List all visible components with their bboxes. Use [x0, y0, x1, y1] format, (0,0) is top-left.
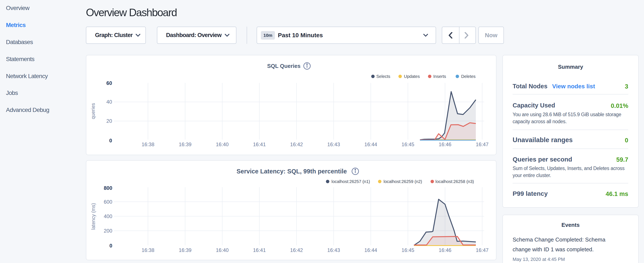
svg-text:Updates: Updates — [404, 74, 420, 79]
svg-text:16:44: 16:44 — [364, 247, 377, 253]
svg-text:16:46: 16:46 — [438, 247, 451, 253]
svg-text:800: 800 — [104, 185, 112, 191]
svg-text:16:38: 16:38 — [142, 141, 154, 147]
svg-text:Selects: Selects — [376, 74, 390, 79]
svg-text:400: 400 — [104, 213, 112, 219]
svg-text:60: 60 — [106, 80, 112, 86]
svg-text:16:45: 16:45 — [402, 141, 414, 147]
svg-text:20: 20 — [106, 118, 112, 124]
svg-text:16:41: 16:41 — [253, 141, 266, 147]
svg-text:16:42: 16:42 — [290, 247, 303, 253]
svg-text:Deletes: Deletes — [461, 74, 476, 79]
svg-text:Service Latency: SQL, 99th per: Service Latency: SQL, 99th percentile — [237, 168, 347, 175]
svg-text:600: 600 — [104, 199, 112, 205]
svg-text:16:40: 16:40 — [216, 247, 228, 253]
svg-text:Inserts: Inserts — [433, 74, 446, 79]
svg-text:localhost:26258 (n3): localhost:26258 (n3) — [436, 179, 474, 184]
svg-text:16:40: 16:40 — [216, 141, 228, 147]
svg-text:0: 0 — [109, 138, 112, 143]
svg-text:queries: queries — [90, 103, 96, 119]
svg-text:16:45: 16:45 — [402, 247, 414, 253]
svg-text:16:42: 16:42 — [290, 141, 303, 147]
svg-text:16:39: 16:39 — [179, 247, 192, 253]
svg-text:0: 0 — [110, 243, 112, 248]
svg-text:16:43: 16:43 — [327, 247, 340, 253]
svg-text:localhost:26259 (n2): localhost:26259 (n2) — [384, 179, 422, 184]
svg-text:localhost:26257 (n1): localhost:26257 (n1) — [332, 179, 370, 184]
svg-text:40: 40 — [106, 99, 112, 105]
svg-text:16:47: 16:47 — [476, 141, 488, 147]
svg-text:SQL Queries: SQL Queries — [267, 63, 300, 69]
svg-text:16:47: 16:47 — [476, 247, 488, 253]
svg-text:latency (ms): latency (ms) — [90, 203, 96, 229]
svg-text:16:46: 16:46 — [438, 141, 451, 147]
svg-text:200: 200 — [104, 228, 112, 234]
svg-text:16:39: 16:39 — [179, 141, 192, 147]
svg-text:16:41: 16:41 — [253, 247, 266, 253]
svg-text:16:44: 16:44 — [364, 141, 377, 147]
svg-text:16:38: 16:38 — [142, 247, 154, 253]
svg-text:16:43: 16:43 — [327, 141, 340, 147]
